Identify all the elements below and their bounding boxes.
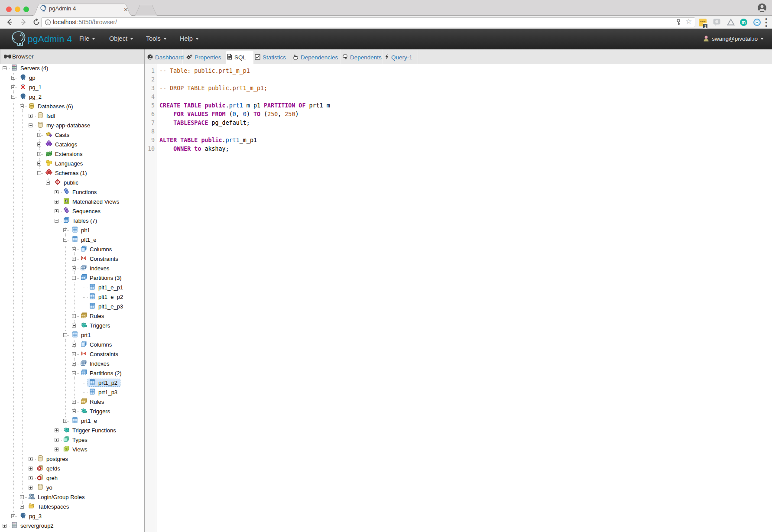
tree-node-plt1[interactable]: plt1 — [0, 226, 144, 235]
tree-node-servers-4-[interactable]: Servers (4) — [0, 64, 144, 73]
tree-node-trigger-functions[interactable]: Trigger Functions — [0, 426, 144, 435]
url-bar[interactable] — [41, 17, 695, 27]
tree-node-public[interactable]: public — [0, 178, 144, 188]
collapse-icon[interactable] — [72, 276, 76, 280]
expand-icon[interactable] — [55, 200, 58, 204]
bookmark-star-icon[interactable]: ☆ — [685, 17, 692, 26]
tab-sql[interactable]: SQL — [226, 51, 253, 64]
expand-icon[interactable] — [29, 457, 32, 461]
tree-node-partitions-3-[interactable]: Partitions (3) — [0, 273, 144, 283]
tree-node-rules[interactable]: Rules — [0, 397, 144, 407]
collapse-icon[interactable] — [3, 66, 6, 70]
expand-icon[interactable] — [29, 476, 32, 480]
code-line-1[interactable]: -- Table: public.prt1_m_p1 — [159, 67, 250, 75]
tree-node-columns[interactable]: Columns — [0, 245, 144, 254]
tree-node-columns[interactable]: Columns — [0, 340, 144, 350]
expand-icon[interactable] — [11, 76, 15, 80]
tree-node-postgres[interactable]: postgres — [0, 454, 144, 464]
tree-node-tablespaces[interactable]: Tablespaces — [0, 502, 144, 512]
collapse-icon[interactable] — [55, 219, 58, 223]
tree-node-servergroup2[interactable]: servergroup2 — [0, 521, 144, 531]
expand-icon[interactable] — [29, 486, 32, 490]
tree-node-casts[interactable]: Casts — [0, 130, 144, 140]
tree-node-plt1-e-p1[interactable]: plt1_e_p1 — [0, 283, 144, 292]
collapse-icon[interactable] — [72, 371, 76, 375]
menu-help[interactable]: Help — [180, 35, 198, 42]
expand-icon[interactable] — [3, 524, 6, 528]
expand-icon[interactable] — [72, 400, 76, 404]
tree-node-login-group-roles[interactable]: Login/Group Roles — [0, 493, 144, 502]
tab-dependencies[interactable]: Dependencies — [292, 49, 341, 64]
tree-node-prt1-e[interactable]: prt1_e — [0, 416, 144, 426]
tree-node-extensions[interactable]: Extensions — [0, 149, 144, 159]
tree-node-views[interactable]: Views — [0, 445, 144, 454]
extension-bubble-icon[interactable] — [713, 18, 721, 26]
code-line-5[interactable]: CREATE TABLE public.prt1_m_p1 PARTITION … — [159, 101, 330, 110]
code-line-7[interactable]: TABLESPACE pg_default; — [159, 119, 250, 127]
expand-icon[interactable] — [37, 133, 41, 137]
tree-node-pg-2[interactable]: pg_2 — [0, 92, 144, 102]
expand-icon[interactable] — [72, 247, 76, 251]
forward-icon[interactable] — [19, 18, 28, 26]
expand-icon[interactable] — [72, 409, 76, 413]
extension-ring-icon[interactable] — [753, 18, 761, 26]
collapse-icon[interactable] — [63, 333, 67, 337]
user-menu[interactable]: swang@pivotal.io — [703, 35, 763, 42]
tree-node-prt1-p2[interactable]: prt1_p2 — [0, 378, 144, 388]
collapse-icon[interactable] — [29, 123, 32, 127]
expand-icon[interactable] — [72, 257, 76, 261]
collapse-icon[interactable] — [46, 181, 50, 185]
tree-node-prt1-p3[interactable]: prt1_p3 — [0, 388, 144, 397]
tree-node-rules[interactable]: Rules — [0, 311, 144, 321]
code-line-10[interactable]: OWNER to akshay; — [159, 145, 229, 153]
tree-node-constraints[interactable]: Constraints — [0, 350, 144, 359]
tree-node-catalogs[interactable]: Catalogs — [0, 140, 144, 149]
collapse-icon[interactable] — [37, 171, 41, 175]
expand-icon[interactable] — [72, 343, 76, 347]
tree-node-plt1-e-p2[interactable]: plt1_e_p2 — [0, 292, 144, 302]
tree-node-yo[interactable]: yo — [0, 483, 144, 493]
tree-node-schemas-1-[interactable]: Schemas (1) — [0, 169, 144, 178]
expand-icon[interactable] — [55, 428, 58, 432]
tree-node-pg-1[interactable]: pg_1 — [0, 83, 144, 92]
expand-icon[interactable] — [72, 314, 76, 318]
tree-node-databases-6-[interactable]: Databases (6) — [0, 102, 144, 111]
tab-dependents[interactable]: Dependents — [341, 49, 383, 64]
menu-object[interactable]: Object — [109, 35, 133, 42]
extension-m-icon[interactable]: m — [740, 18, 748, 26]
expand-icon[interactable] — [63, 419, 67, 423]
reload-icon[interactable] — [32, 18, 41, 26]
menu-file[interactable]: File — [79, 35, 95, 42]
tab-properties[interactable]: Properties — [185, 49, 225, 64]
tree-node-constraints[interactable]: Constraints — [0, 254, 144, 264]
code-line-9[interactable]: ALTER TABLE public.prt1_m_p1 — [159, 136, 257, 145]
expand-icon[interactable] — [55, 190, 58, 194]
tree-node-plt1-e-p3[interactable]: plt1_e_p3 — [0, 302, 144, 311]
url-text[interactable]: localhost:5050/browser/ — [53, 19, 117, 26]
expand-icon[interactable] — [29, 114, 32, 118]
expand-icon[interactable] — [72, 362, 76, 366]
tree-node-materialized-views[interactable]: Materialized Views — [0, 197, 144, 207]
expand-icon[interactable] — [72, 352, 76, 356]
expand-icon[interactable] — [20, 505, 24, 509]
expand-icon[interactable] — [29, 467, 32, 470]
expand-icon[interactable] — [20, 495, 24, 499]
expand-icon[interactable] — [11, 85, 15, 89]
expand-icon[interactable] — [37, 162, 41, 165]
tree-node-fsdf[interactable]: fsdf — [0, 111, 144, 121]
expand-icon[interactable] — [72, 266, 76, 270]
tab-statistics[interactable]: Statistics — [254, 49, 291, 64]
browser-menu-icon[interactable]: ••• — [765, 17, 767, 28]
expand-icon[interactable] — [37, 152, 41, 156]
tree-node-gp[interactable]: gp — [0, 73, 144, 83]
code-line-6[interactable]: FOR VALUES FROM (0, 0) TO (250, 250) — [159, 110, 298, 119]
tree-node-types[interactable]: Types — [0, 435, 144, 445]
tree-node-triggers[interactable]: Triggers — [0, 407, 144, 416]
collapse-icon[interactable] — [63, 238, 67, 242]
expand-icon[interactable] — [37, 143, 41, 146]
extension-drive-icon[interactable] — [727, 18, 735, 26]
expand-icon[interactable] — [72, 324, 76, 328]
tree-node-tables-7-[interactable]: Tables (7) — [0, 216, 144, 226]
tree-node-plt1-e[interactable]: plt1_e — [0, 235, 144, 245]
tree-node-languages[interactable]: Languages — [0, 159, 144, 169]
